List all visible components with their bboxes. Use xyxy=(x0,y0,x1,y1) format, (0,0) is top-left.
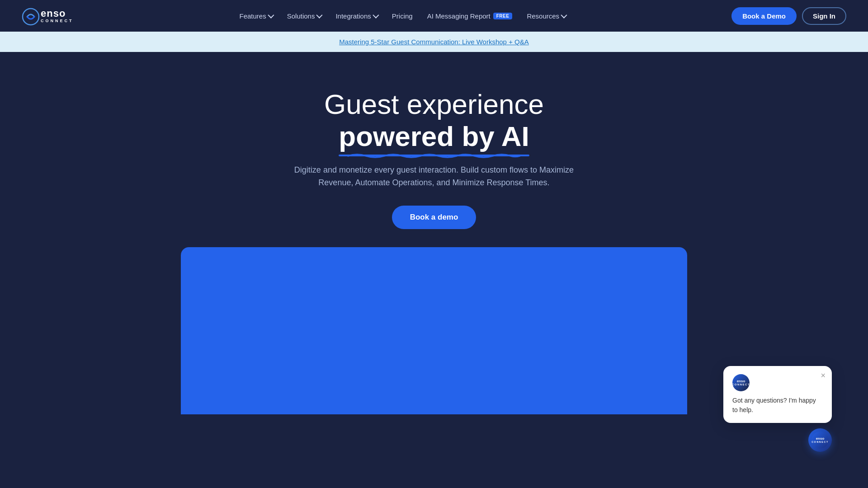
logo[interactable]: enso CONNECT xyxy=(22,8,74,24)
nav-resources[interactable]: Resources xyxy=(521,9,571,23)
announcement-bar: Mastering 5-Star Guest Communication: Li… xyxy=(0,32,868,52)
nav-actions: Book a Demo Sign In xyxy=(731,7,846,25)
hero-cta-button[interactable]: Book a demo xyxy=(392,206,476,229)
sign-in-button[interactable]: Sign In xyxy=(802,7,846,25)
hero-title-start: Guest experience xyxy=(324,89,544,120)
logo-enso-text: enso xyxy=(41,9,66,19)
chat-trigger-button[interactable]: enso CONNECT xyxy=(808,428,832,441)
squiggle-icon xyxy=(336,153,531,159)
hero-subtitle: Digitize and monetize every guest intera… xyxy=(276,164,592,190)
hero-title: Guest experience powered by AI xyxy=(231,88,637,153)
svg-point-0 xyxy=(23,9,39,25)
chevron-down-icon xyxy=(316,12,323,19)
hero-title-bold: powered by AI xyxy=(339,120,529,152)
book-demo-button[interactable]: Book a Demo xyxy=(731,7,797,25)
chat-bubble-header: enso CONNECT xyxy=(732,374,823,391)
chat-bubble: enso CONNECT × Got any questions? I'm ha… xyxy=(723,366,832,423)
logo-connect-text: CONNECT xyxy=(41,19,74,23)
nav-links: Features Solutions Integrations Pricing … xyxy=(234,9,571,23)
product-preview-inner xyxy=(181,247,687,414)
chat-message: Got any questions? I'm happy to help. xyxy=(732,396,823,415)
announcement-link[interactable]: Mastering 5-Star Guest Communication: Li… xyxy=(339,38,528,46)
nav-solutions[interactable]: Solutions xyxy=(282,9,327,23)
product-preview xyxy=(172,247,696,414)
free-badge: FREE xyxy=(493,13,513,19)
nav-features[interactable]: Features xyxy=(234,9,278,23)
chevron-down-icon xyxy=(373,12,379,19)
nav-integrations[interactable]: Integrations xyxy=(330,9,382,23)
chevron-down-icon xyxy=(561,12,567,19)
chat-avatar: enso CONNECT xyxy=(732,374,750,391)
navbar: enso CONNECT Features Solutions Integrat… xyxy=(0,0,868,32)
nav-ai-report[interactable]: AI Messaging Report FREE xyxy=(422,9,518,23)
chat-close-button[interactable]: × xyxy=(821,371,826,380)
chat-widget: enso CONNECT × Got any questions? I'm ha… xyxy=(723,366,832,441)
chevron-down-icon xyxy=(268,12,274,19)
nav-pricing[interactable]: Pricing xyxy=(387,9,418,23)
